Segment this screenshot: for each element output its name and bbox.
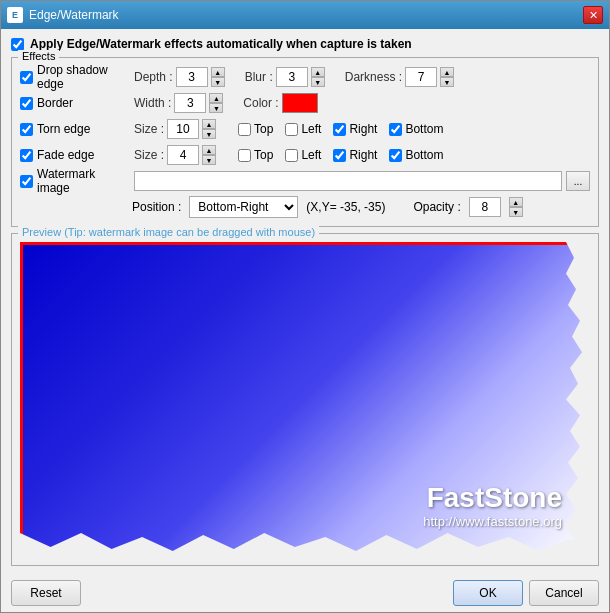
fade-right-label[interactable]: Right [333, 148, 377, 162]
fade-edge-checkbox[interactable] [20, 149, 33, 162]
blur-down[interactable]: ▼ [311, 77, 325, 87]
torn-top-label[interactable]: Top [238, 122, 273, 136]
fade-bottom-label[interactable]: Bottom [389, 148, 443, 162]
position-row: Position : Bottom-Right Top-Left Top-Cen… [20, 194, 590, 220]
torn-edge-checkbox[interactable] [20, 123, 33, 136]
bottom-bar: Reset OK Cancel [1, 574, 609, 612]
watermark-main-text: FastStone [423, 483, 562, 514]
drop-shadow-row: Drop shadow edge Depth : ▲ ▼ Blur : ▲ ▼ [20, 64, 590, 90]
torn-bottom-checkbox[interactable] [389, 123, 402, 136]
watermark-row: Watermark image C:\testroom\FastStone Ca… [20, 168, 590, 194]
opacity-down[interactable]: ▼ [509, 207, 523, 217]
torn-size-input[interactable] [167, 119, 199, 139]
torn-top-checkbox[interactable] [238, 123, 251, 136]
opacity-input[interactable] [469, 197, 501, 217]
fade-edge-label: Fade edge [37, 148, 94, 162]
reset-button[interactable]: Reset [11, 580, 81, 606]
window-title: Edge/Watermark [29, 8, 119, 22]
fade-size-input[interactable] [167, 145, 199, 165]
torn-edge-row: Torn edge Size : ▲ ▼ Top [20, 116, 590, 142]
border-label: Border [37, 96, 73, 110]
border-width-down[interactable]: ▼ [209, 103, 223, 113]
depth-down[interactable]: ▼ [211, 77, 225, 87]
browse-button[interactable]: ... [566, 171, 590, 191]
watermark-overlay: FastStone http://www.faststone.org [423, 483, 562, 529]
position-label: Position : [132, 200, 181, 214]
color-picker[interactable] [282, 93, 318, 113]
depth-input[interactable] [176, 67, 208, 87]
torn-right-label[interactable]: Right [333, 122, 377, 136]
darkness-input[interactable] [405, 67, 437, 87]
border-checkbox[interactable] [20, 97, 33, 110]
fade-top-checkbox[interactable] [238, 149, 251, 162]
position-coords: (X,Y= -35, -35) [306, 200, 385, 214]
torn-edge-label: Torn edge [37, 122, 90, 136]
opacity-up[interactable]: ▲ [509, 197, 523, 207]
torn-bottom-svg [20, 533, 590, 557]
effects-legend: Effects [18, 50, 59, 62]
watermark-checkbox[interactable] [20, 175, 33, 188]
window: E Edge/Watermark ✕ Apply Edge/Watermark … [0, 0, 610, 613]
torn-right-checkbox[interactable] [333, 123, 346, 136]
fade-size-down[interactable]: ▼ [202, 155, 216, 165]
fade-right-checkbox[interactable] [333, 149, 346, 162]
ok-button[interactable]: OK [453, 580, 523, 606]
fade-size-up[interactable]: ▲ [202, 145, 216, 155]
drop-shadow-checkbox[interactable] [20, 71, 33, 84]
preview-image: FastStone http://www.faststone.org [20, 242, 590, 557]
depth-up[interactable]: ▲ [211, 67, 225, 77]
torn-left-label[interactable]: Left [285, 122, 321, 136]
torn-size-down[interactable]: ▼ [202, 129, 216, 139]
blur-up[interactable]: ▲ [311, 67, 325, 77]
fade-bottom-checkbox[interactable] [389, 149, 402, 162]
torn-bottom-label[interactable]: Bottom [389, 122, 443, 136]
fade-left-label[interactable]: Left [285, 148, 321, 162]
close-button[interactable]: ✕ [583, 6, 603, 24]
darkness-up[interactable]: ▲ [440, 67, 454, 77]
blur-input[interactable] [276, 67, 308, 87]
fade-left-checkbox[interactable] [285, 149, 298, 162]
position-select[interactable]: Bottom-Right Top-Left Top-Center Top-Rig… [189, 196, 298, 218]
window-icon: E [7, 7, 23, 23]
border-width-input[interactable] [174, 93, 206, 113]
watermark-path-input[interactable]: C:\testroom\FastStone Capture\FSLogo.png [134, 171, 562, 191]
watermark-url-text: http://www.faststone.org [423, 514, 562, 529]
fade-top-label[interactable]: Top [238, 148, 273, 162]
preview-canvas: FastStone http://www.faststone.org [20, 242, 590, 557]
content-area: Apply Edge/Watermark effects automatical… [1, 29, 609, 574]
effects-group: Effects Drop shadow edge Depth : ▲ ▼ Blu… [11, 57, 599, 227]
cancel-button[interactable]: Cancel [529, 580, 599, 606]
border-width-up[interactable]: ▲ [209, 93, 223, 103]
apply-row: Apply Edge/Watermark effects automatical… [11, 37, 599, 51]
preview-legend: Preview (Tip: watermark image can be dra… [18, 226, 319, 238]
darkness-down[interactable]: ▼ [440, 77, 454, 87]
drop-shadow-label: Drop shadow edge [37, 63, 130, 91]
torn-right-svg [566, 242, 590, 557]
fade-edge-row: Fade edge Size : ▲ ▼ Top [20, 142, 590, 168]
apply-checkbox[interactable] [11, 38, 24, 51]
title-bar: E Edge/Watermark ✕ [1, 1, 609, 29]
preview-group: Preview (Tip: watermark image can be dra… [11, 233, 599, 566]
border-row: Border Width : ▲ ▼ Color : [20, 90, 590, 116]
torn-size-up[interactable]: ▲ [202, 119, 216, 129]
torn-left-checkbox[interactable] [285, 123, 298, 136]
opacity-label: Opacity : [413, 200, 460, 214]
apply-label: Apply Edge/Watermark effects automatical… [30, 37, 412, 51]
watermark-label: Watermark image [37, 167, 130, 195]
